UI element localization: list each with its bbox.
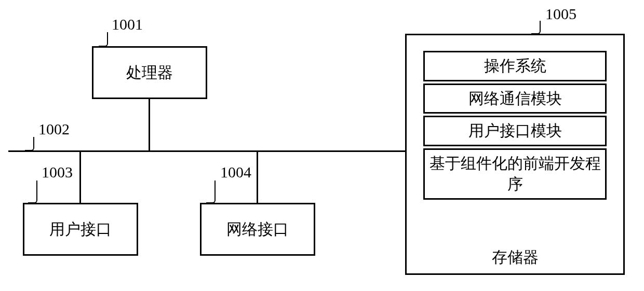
user-interface-label: 用户接口: [49, 219, 112, 240]
storage-block: 操作系统 网络通信模块 用户接口模块 基于组件化的前端开发程序 存储器: [405, 34, 625, 275]
storage-ui-module-label: 用户接口模块: [468, 122, 562, 139]
storage-os: 操作系统: [423, 51, 607, 81]
storage-os-label: 操作系统: [484, 57, 546, 74]
network-interface-number: 1004: [220, 163, 251, 181]
storage-net-module: 网络通信模块: [423, 84, 607, 114]
storage-stack: 操作系统 网络通信模块 用户接口模块 基于组件化的前端开发程序: [423, 51, 607, 200]
storage-frontend: 基于组件化的前端开发程序: [423, 148, 607, 200]
processor-label: 处理器: [126, 62, 173, 84]
processor-callout: [99, 32, 108, 47]
processor-connector: [149, 99, 150, 151]
storage-number: 1005: [545, 5, 576, 23]
processor-number: 1001: [112, 16, 143, 33]
storage-frontend-label: 基于组件化的前端开发程序: [430, 155, 601, 193]
processor-block: 处理器: [92, 46, 207, 99]
user-interface-connector: [79, 150, 81, 203]
storage-callout: [531, 21, 541, 34]
network-interface-label: 网络接口: [226, 219, 289, 240]
network-interface-callout: [206, 181, 216, 203]
storage-ui-module: 用户接口模块: [423, 116, 607, 146]
storage-label: 存储器: [407, 247, 623, 268]
user-interface-callout: [28, 181, 37, 203]
bus-number: 1002: [38, 120, 70, 138]
bus-line: [8, 150, 405, 152]
storage-net-module-label: 网络通信模块: [468, 90, 562, 107]
user-interface-block: 用户接口: [23, 203, 138, 256]
network-interface-connector: [257, 150, 258, 203]
user-interface-number: 1003: [42, 163, 73, 181]
network-interface-block: 网络接口: [200, 203, 315, 256]
bus-callout: [25, 137, 34, 151]
